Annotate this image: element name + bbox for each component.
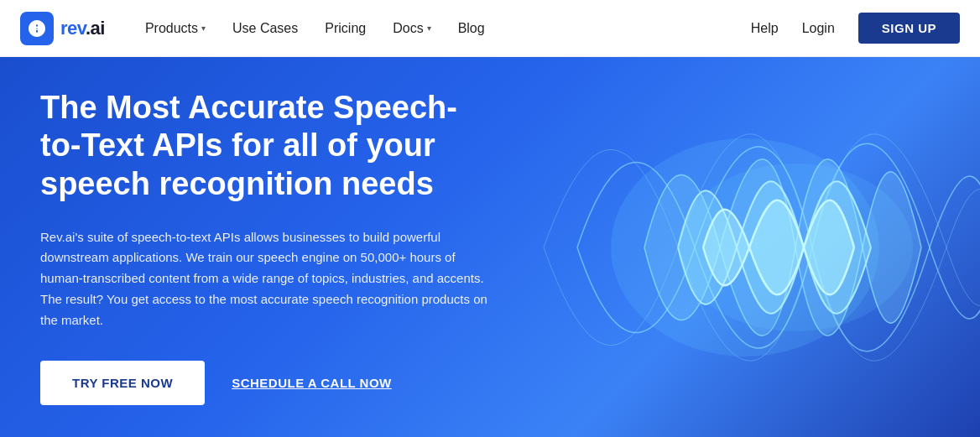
signup-button[interactable]: SIGN UP [858, 13, 960, 44]
hero-buttons: TRY FREE NOW SCHEDULE A CALL NOW [40, 361, 497, 405]
nav-item-products[interactable]: Products ▾ [145, 21, 206, 36]
chevron-down-icon: ▾ [427, 23, 431, 33]
logo-text: rev.ai [60, 18, 105, 39]
logo[interactable]: rev.ai [20, 12, 105, 45]
nav-links: Products ▾ Use Cases Pricing Docs ▾ Blog [145, 21, 751, 36]
hero-title: The Most Accurate Speech-to-Text APIs fo… [40, 89, 497, 204]
schedule-call-button[interactable]: SCHEDULE A CALL NOW [232, 376, 392, 390]
hero-content: The Most Accurate Speech-to-Text APIs fo… [0, 57, 537, 437]
nav-item-blog[interactable]: Blog [458, 21, 485, 36]
nav-login-link[interactable]: Login [802, 21, 835, 36]
navbar: rev.ai Products ▾ Use Cases Pricing Docs… [0, 0, 980, 57]
nav-item-pricing[interactable]: Pricing [325, 21, 366, 36]
svg-rect-1 [33, 29, 39, 30]
nav-right: Help Login SIGN UP [751, 13, 960, 44]
hero-section: The Most Accurate Speech-to-Text APIs fo… [0, 57, 980, 437]
logo-icon [20, 12, 54, 45]
svg-rect-0 [33, 27, 41, 29]
try-free-button[interactable]: TRY FREE NOW [40, 361, 205, 405]
nav-help-link[interactable]: Help [751, 21, 779, 36]
waveform-visualization [527, 96, 980, 398]
nav-item-docs[interactable]: Docs ▾ [393, 21, 430, 36]
nav-item-use-cases[interactable]: Use Cases [232, 21, 298, 36]
hero-description: Rev.ai's suite of speech-to-text APIs al… [40, 227, 497, 331]
chevron-down-icon: ▾ [201, 23, 206, 33]
